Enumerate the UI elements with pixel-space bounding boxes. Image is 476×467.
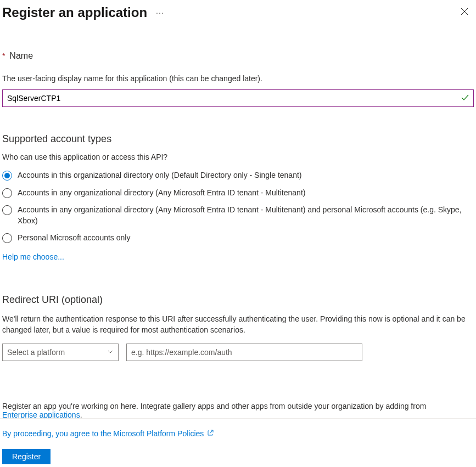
name-description: The user-facing display name for this ap…: [2, 74, 474, 83]
radio-label: Accounts in any organizational directory…: [18, 205, 474, 226]
redirect-description: We'll return the authentication response…: [2, 313, 474, 336]
radio-icon: [2, 171, 12, 181]
radio-label: Personal Microsoft accounts only: [18, 233, 130, 244]
required-indicator: *: [2, 52, 5, 60]
account-types-heading: Supported account types: [2, 133, 474, 145]
svg-line-2: [210, 430, 213, 434]
redirect-uri-input[interactable]: [126, 344, 362, 361]
radio-icon: [2, 205, 12, 215]
radio-icon: [2, 188, 12, 198]
platform-select-value: Select a platform: [7, 348, 65, 357]
check-icon: [461, 93, 469, 104]
close-button[interactable]: [457, 4, 472, 20]
radio-icon: [2, 233, 12, 243]
radio-personal-only[interactable]: Personal Microsoft accounts only: [2, 233, 474, 244]
radio-label: Accounts in any organizational directory…: [18, 188, 305, 199]
radio-multitenant[interactable]: Accounts in any organizational directory…: [2, 188, 474, 199]
radio-single-tenant[interactable]: Accounts in this organizational director…: [2, 170, 474, 181]
external-link-icon: [207, 429, 214, 438]
name-input[interactable]: [2, 89, 474, 107]
footer-note: Register an app you're working on here. …: [2, 402, 474, 419]
name-label: Name: [9, 51, 33, 61]
redirect-heading: Redirect URI (optional): [2, 294, 474, 306]
more-button[interactable]: ···: [154, 6, 166, 19]
close-icon: [461, 9, 468, 17]
register-button[interactable]: Register: [2, 449, 51, 464]
platform-policies-link[interactable]: By proceeding, you agree to the Microsof…: [2, 429, 204, 438]
radio-label: Accounts in this organizational director…: [18, 170, 301, 181]
account-types-sub: Who can use this application or access t…: [2, 153, 474, 161]
help-me-choose-link[interactable]: Help me choose...: [2, 252, 64, 261]
divider: [0, 418, 476, 419]
platform-select[interactable]: Select a platform: [2, 344, 119, 361]
account-types-radio-group: Accounts in this organizational director…: [2, 170, 474, 244]
chevron-down-icon: [107, 348, 114, 357]
radio-multitenant-personal[interactable]: Accounts in any organizational directory…: [2, 205, 474, 226]
page-title: Register an application: [2, 5, 147, 20]
